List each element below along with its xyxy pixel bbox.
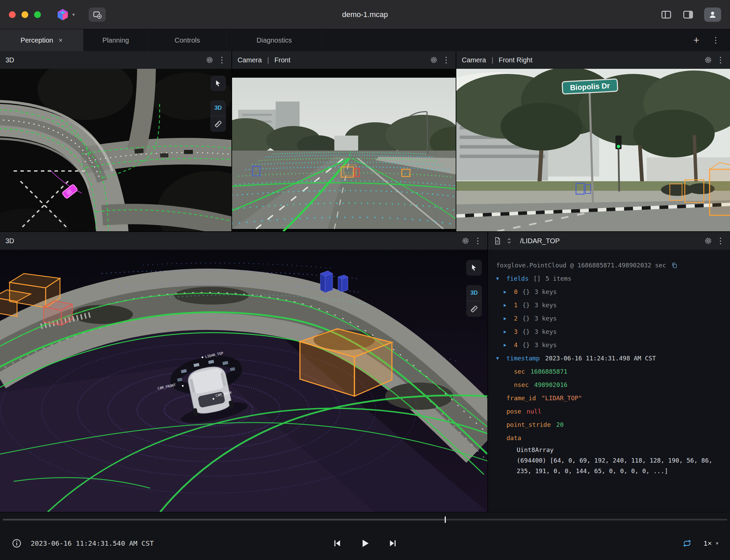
close-window-button[interactable] xyxy=(9,11,16,18)
playback-info-button[interactable] xyxy=(12,538,22,548)
panel-header: /LIDAR_TOP ⋮ xyxy=(488,232,730,250)
panel-title: Camera xyxy=(238,56,262,64)
tab-diagnostics[interactable]: Diagnostics xyxy=(227,29,322,51)
panel-menu-icon[interactable]: ⋮ xyxy=(716,236,725,246)
measure-tool-button[interactable] xyxy=(210,116,226,132)
layout-right-icon xyxy=(682,9,694,20)
panel-settings-gear-icon[interactable] xyxy=(461,237,470,245)
topdown-lidar-map-canvas[interactable] xyxy=(0,69,231,231)
tree-collapsed-icon[interactable]: ▶ xyxy=(504,316,514,321)
layout-left-icon xyxy=(660,9,672,20)
document-icon[interactable] xyxy=(493,237,502,245)
toggle-left-sidebar-button[interactable] xyxy=(660,9,672,20)
tab-label: Planning xyxy=(103,36,129,44)
panel-camera-front-right: Camera | Front Right ⋮ xyxy=(456,51,730,231)
panel-subtitle: Front Right xyxy=(499,56,532,64)
loop-playback-button[interactable] xyxy=(682,538,692,548)
playhead[interactable] xyxy=(445,516,446,523)
camera-front-image-canvas[interactable] xyxy=(232,69,456,231)
camera-front-right-image-canvas[interactable]: Biopolis Dr xyxy=(456,69,730,231)
camera-front-viewport[interactable] xyxy=(232,69,456,231)
minimize-window-button[interactable] xyxy=(21,11,28,18)
panel-title: Camera xyxy=(462,56,486,64)
tree-row-field-item[interactable]: ▶ 0 {} 3 keys xyxy=(496,285,723,298)
scrubber-track[interactable] xyxy=(3,519,727,520)
tree-row-field-item[interactable]: ▶ 3 {} 3 keys xyxy=(496,325,723,338)
panel-title: 3D xyxy=(5,56,14,64)
tree-row-frame-id: frame_id "LIDAR_TOP" xyxy=(496,391,723,405)
topdown-3d-viewport[interactable]: 3D xyxy=(0,69,231,231)
panel-menu-icon[interactable]: ⋮ xyxy=(474,236,482,246)
panel-settings-gear-icon[interactable] xyxy=(430,56,438,64)
data-array-preview: Uint8Array (694400) [64, 0, 69, 192, 240… xyxy=(496,445,723,476)
tree-row-field-item[interactable]: ▶ 1 {} 3 keys xyxy=(496,298,723,312)
tab-planning[interactable]: Planning xyxy=(83,29,148,51)
caret-down-icon: ▾ xyxy=(716,540,718,546)
copy-icon[interactable] xyxy=(671,262,678,269)
panel-header: Camera | Front Right ⋮ xyxy=(456,51,730,69)
raw-message-tree: foxglove.PointCloud @ 1686885871.4989020… xyxy=(488,250,730,512)
panel-3d-main: 3D ⋮ xyxy=(0,232,487,512)
tree-collapsed-icon[interactable]: ▶ xyxy=(504,289,514,294)
playback-bar: 2023-06-16 11:24:31.540 AM CST 1× ▾ xyxy=(0,512,730,560)
ruler-icon xyxy=(470,305,478,313)
maximize-window-button[interactable] xyxy=(34,11,41,18)
new-window-icon xyxy=(92,10,102,19)
seek-backward-button[interactable] xyxy=(332,538,342,548)
seek-forward-button[interactable] xyxy=(388,538,398,548)
pointer-tool-button[interactable] xyxy=(466,260,482,276)
account-button[interactable] xyxy=(704,7,721,22)
panel-settings-gear-icon[interactable] xyxy=(704,56,712,64)
current-timestamp: 2023-06-16 11:24:31.540 AM CST xyxy=(31,539,154,547)
vehicle-box-red[interactable] xyxy=(44,301,72,325)
pointer-tool-button[interactable] xyxy=(210,76,226,91)
playback-speed-select[interactable]: 1× ▾ xyxy=(704,539,718,547)
close-tab-icon[interactable]: × xyxy=(59,36,63,44)
panel-title: 3D xyxy=(5,237,14,245)
tree-row-nsec: nsec 498902016 xyxy=(496,378,723,391)
panel-menu-icon[interactable]: ⋮ xyxy=(218,55,226,65)
foxglove-logo-icon xyxy=(56,8,70,21)
new-window-button[interactable] xyxy=(89,7,106,22)
measure-tool-button[interactable] xyxy=(466,301,482,317)
play-button[interactable] xyxy=(359,538,371,549)
topic-path-input[interactable]: /LIDAR_TOP xyxy=(520,237,560,245)
panel-3d-topdown: 3D ⋮ xyxy=(0,51,231,231)
tree-expanded-icon[interactable]: ▼ xyxy=(496,276,506,281)
person-icon xyxy=(708,10,717,19)
panel-menu-icon[interactable]: ⋮ xyxy=(716,55,725,65)
tab-perception[interactable]: Perception × xyxy=(0,29,83,51)
tree-row-field-item[interactable]: ▶ 4 {} 3 keys xyxy=(496,338,723,352)
tree-row-field-item[interactable]: ▶ 2 {} 3 keys xyxy=(496,312,723,325)
tree-collapsed-icon[interactable]: ▶ xyxy=(504,329,514,334)
timeline-scrubber[interactable] xyxy=(0,512,730,527)
speed-label: 1× xyxy=(704,539,712,547)
toggle-3d-mode-button[interactable]: 3D xyxy=(466,285,482,301)
tree-row-data: data xyxy=(496,431,723,445)
toggle-3d-mode-button[interactable]: 3D xyxy=(210,100,226,116)
main-3d-scene-canvas[interactable]: LIDAR_TOP CAM_FRONT CAM_BACK xyxy=(0,250,487,512)
street-sign: Biopolis Dr xyxy=(562,79,618,94)
panel-raw-messages: /LIDAR_TOP ⋮ foxglove.PointCloud @ 16868… xyxy=(488,232,730,512)
tab-controls[interactable]: Controls xyxy=(148,29,227,51)
main-3d-viewport[interactable]: LIDAR_TOP CAM_FRONT CAM_BACK xyxy=(0,250,487,512)
camera-front-right-viewport[interactable]: Biopolis Dr xyxy=(456,69,730,231)
tree-expanded-icon[interactable]: ▼ xyxy=(496,356,506,361)
panel-menu-icon[interactable]: ⋮ xyxy=(442,55,450,65)
ruler-icon xyxy=(214,120,222,128)
tab-label: Diagnostics xyxy=(257,36,292,44)
tree-collapsed-icon[interactable]: ▶ xyxy=(504,302,514,308)
sort-updown-icon[interactable] xyxy=(506,237,513,244)
tree-row-fields[interactable]: ▼ fields [] 5 items xyxy=(496,272,723,285)
tabbar-menu-button[interactable]: ⋮ xyxy=(712,35,720,45)
cursor-arrow-icon xyxy=(470,264,478,272)
add-tab-button[interactable]: + xyxy=(693,35,699,45)
scrubber-progress xyxy=(3,519,445,520)
tree-collapsed-icon[interactable]: ▶ xyxy=(504,342,514,347)
toggle-right-sidebar-button[interactable] xyxy=(682,9,694,20)
panel-subtitle: Front xyxy=(274,56,290,64)
panel-settings-gear-icon[interactable] xyxy=(206,56,214,64)
app-menu-button[interactable]: ▾ xyxy=(56,8,75,21)
tree-row-timestamp[interactable]: ▼ timestamp 2023-06-16 11:24:31.498 AM C… xyxy=(496,352,723,365)
panel-settings-gear-icon[interactable] xyxy=(704,237,712,245)
